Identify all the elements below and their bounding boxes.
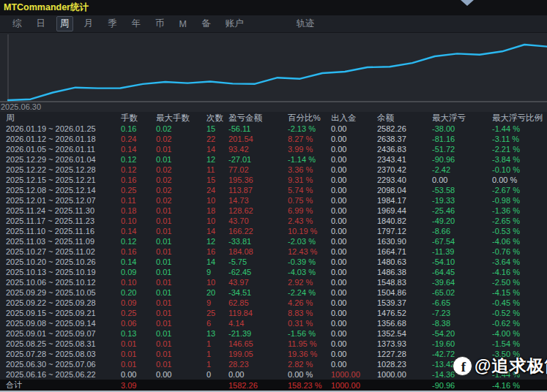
- cell-count: 12: [206, 155, 228, 164]
- cell-pl-amount: -21.39: [228, 329, 288, 338]
- table-row[interactable]: 2025.12.22 ~ 2025.12.280.120.021177.023.…: [0, 165, 547, 175]
- toolbar-tab-2[interactable]: 日: [33, 16, 50, 31]
- cell-pct: -1.56 %: [288, 329, 331, 338]
- mtcommander-stats-window: MTCommander统计 综日周月季年币M备账户轨迹 2025.06.30 周…: [0, 0, 547, 392]
- toolbar-tab-5[interactable]: 季: [104, 16, 121, 31]
- cell-period: 2025.10.27 ~ 2025.11.02: [6, 247, 121, 256]
- cell-max-drawdown-pct: -1.44 %: [492, 124, 547, 133]
- cell-lots: 0.00: [121, 370, 156, 379]
- table-row[interactable]: 2026.01.05 ~ 2026.01.110.140.011493.423.…: [0, 144, 547, 154]
- table-row[interactable]: 2025.09.29 ~ 2025.10.050.200.0120-34.51-…: [0, 287, 547, 298]
- cell-period: 2025.09.08 ~ 2025.09.14: [6, 319, 121, 328]
- cell-max-lots: 0.01: [156, 257, 206, 266]
- header-pct[interactable]: 百分比%: [288, 113, 331, 124]
- table-row[interactable]: 2025.10.13 ~ 2025.10.190.090.019-62.45-4…: [0, 267, 547, 277]
- cell-max-lots: 0.01: [156, 339, 206, 348]
- table-row[interactable]: 2025.06.30 ~ 2025.07.060.010.01128.232.8…: [0, 359, 547, 369]
- cell-lots: 0.12: [121, 237, 156, 246]
- table-row[interactable]: 2025.12.01 ~ 2025.12.070.110.021014.730.…: [0, 195, 547, 206]
- table-row[interactable]: 2026.01.12 ~ 2026.01.180.240.0222201.548…: [0, 134, 547, 144]
- cell-max-drawdown-pct: -2.21 %: [492, 145, 547, 154]
- header-period[interactable]: 周: [6, 113, 121, 124]
- cell-balance: 1480.63: [377, 257, 432, 266]
- cell-count: 22: [206, 135, 228, 143]
- cell-in-out: 0.00: [331, 155, 377, 164]
- table-row[interactable]: 2025.09.15 ~ 2025.09.210.250.0125119.848…: [0, 308, 547, 318]
- header-max-drawdown[interactable]: 最大浮亏: [432, 113, 492, 124]
- table-row[interactable]: 2025.11.24 ~ 2025.11.300.180.0118128.626…: [0, 206, 547, 216]
- cell-lots: 0.24: [121, 135, 156, 143]
- cell-pl-amount: 1582.26: [228, 381, 288, 390]
- cell-lots: 0.14: [121, 145, 156, 154]
- cell-max-drawdown-pct: -2.50 %: [492, 278, 547, 287]
- cell-balance: 2098.04: [377, 186, 432, 195]
- toolbar-tab-11[interactable]: 轨迹: [292, 16, 318, 31]
- cell-in-out: 0.00: [331, 247, 377, 256]
- header-balance[interactable]: 余额: [377, 113, 432, 124]
- table-row[interactable]: 2025.10.27 ~ 2025.11.020.160.0116184.081…: [0, 246, 547, 257]
- header-pl-amount[interactable]: 盈亏金额: [228, 113, 288, 124]
- cell-pct: 3.36 %: [288, 165, 331, 174]
- table-row[interactable]: 2025.10.20 ~ 2025.10.260.140.0114-5.75-0…: [0, 257, 547, 267]
- cell-in-out: 1000.00: [331, 381, 377, 390]
- table-row[interactable]: 2025.09.01 ~ 2025.09.070.130.0113-21.39-…: [0, 328, 547, 339]
- cell-max-drawdown: -54.10: [432, 257, 492, 266]
- table-row[interactable]: 2025.06.16 ~ 2025.06.220.000.0000.000.00…: [0, 369, 547, 380]
- cell-lots: 0.20: [121, 288, 156, 297]
- toolbar-tab-7[interactable]: 币: [152, 16, 168, 31]
- cell-balance: 1630.90: [377, 237, 432, 246]
- table-row[interactable]: 2026.01.19 ~ 2026.01.250.160.0215-56.11-…: [0, 124, 547, 134]
- cell-balance: 1352.54: [377, 329, 432, 338]
- cell-pct: 0.31 %: [288, 319, 331, 328]
- cell-pl-amount: -27.01: [228, 155, 288, 164]
- cell-max-lots: 0.01: [156, 329, 206, 338]
- window-title: MTCommander统计: [4, 1, 89, 14]
- cell-max-drawdown-pct: -0.98 %: [492, 196, 547, 205]
- table-total-row[interactable]: 合计3.091582.26158.23 %1000.00-90.96-4.16 …: [0, 380, 547, 391]
- toolbar-tab-10[interactable]: 账户: [221, 16, 247, 31]
- table-row[interactable]: 2025.11.10 ~ 2025.11.160.140.0114166.221…: [0, 226, 547, 236]
- cell-max-drawdown-pct: -2.67 %: [492, 186, 547, 195]
- table-row[interactable]: 2025.12.29 ~ 2026.01.040.120.0112-27.01-…: [0, 154, 547, 165]
- cell-max-drawdown-pct: -3.64 %: [492, 257, 547, 266]
- cell-in-out: 0.00: [331, 124, 377, 133]
- cell-period: 2025.09.01 ~ 2025.09.07: [6, 329, 121, 338]
- table-row[interactable]: 2025.08.25 ~ 2025.08.310.010.011146.6511…: [0, 339, 547, 349]
- table-row[interactable]: 2025.10.06 ~ 2025.10.120.100.011043.972.…: [0, 277, 547, 287]
- cell-in-out: 0.00: [331, 176, 377, 184]
- cell-balance: 1548.83: [377, 278, 432, 287]
- toolbar-tab-8[interactable]: M: [176, 18, 190, 31]
- cell-pl-amount: 0.00: [228, 370, 288, 379]
- header-in-out[interactable]: 出入金: [331, 113, 377, 124]
- table-row[interactable]: 2025.11.03 ~ 2025.11.090.120.0112-33.81-…: [0, 236, 547, 246]
- header-max-lots[interactable]: 最大手数: [156, 113, 206, 124]
- cell-max-drawdown: -14.36: [432, 370, 492, 379]
- header-max-drawdown-pct[interactable]: 最大浮亏比例: [492, 113, 547, 124]
- cell-pl-amount: 43.70: [228, 216, 288, 225]
- cell-pct: 10.19 %: [288, 227, 331, 235]
- table-row[interactable]: 2025.07.28 ~ 2025.08.030.010.011199.0519…: [0, 349, 547, 359]
- cell-balance: 2436.83: [377, 145, 432, 154]
- cell-lots: 3.09: [121, 381, 156, 390]
- cell-pct: 11.95 %: [288, 339, 331, 348]
- toolbar-tab-4[interactable]: 月: [81, 16, 97, 31]
- cell-in-out: 0.00: [331, 135, 377, 143]
- toolbar-tab-6[interactable]: 年: [128, 16, 145, 31]
- header-count[interactable]: 次数: [206, 113, 228, 124]
- header-lots[interactable]: 手数: [121, 113, 156, 124]
- cell-in-out: 0.00: [331, 206, 377, 215]
- cell-max-lots: 0.01: [156, 350, 206, 358]
- cell-period: 2025.09.22 ~ 2025.09.28: [6, 298, 121, 307]
- cell-count: 10: [206, 196, 228, 205]
- toolbar-tab-1[interactable]: 综: [9, 16, 26, 31]
- table-row[interactable]: 2025.11.17 ~ 2025.11.230.100.011043.702.…: [0, 216, 547, 226]
- table-row[interactable]: 2025.09.22 ~ 2025.09.280.090.01962.854.2…: [0, 298, 547, 308]
- table-row[interactable]: 2025.12.15 ~ 2025.12.210.160.0215195.369…: [0, 175, 547, 185]
- cell-pct: -2.03 %: [288, 237, 331, 246]
- table-row[interactable]: 2025.12.08 ~ 2025.12.140.250.0224113.875…: [0, 185, 547, 195]
- table-row[interactable]: 2025.09.08 ~ 2025.09.140.060.0164.140.31…: [0, 318, 547, 328]
- toolbar-tab-3[interactable]: 周: [56, 16, 73, 31]
- toolbar-tab-9[interactable]: 备: [198, 16, 215, 31]
- chevron-down-icon[interactable]: [461, 0, 474, 6]
- cell-max-lots: 0.02: [156, 176, 206, 184]
